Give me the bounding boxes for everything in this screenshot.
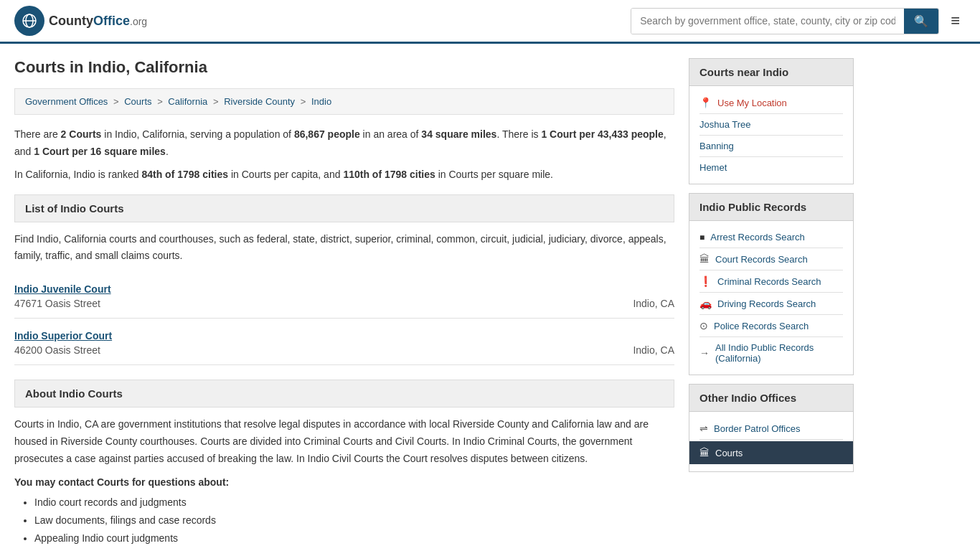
content-area: Courts in Indio, California Government O… bbox=[14, 58, 674, 547]
court-item-0: Indio Juvenile Court 47671 Oasis Street … bbox=[14, 275, 674, 319]
about-section-header: About Indio Courts bbox=[14, 380, 674, 408]
court-row-1: 46200 Oasis Street Indio, CA bbox=[14, 344, 674, 356]
search-box: 🔍 bbox=[631, 8, 939, 34]
arrow-icon: → bbox=[699, 347, 710, 359]
hemet-label: Hemet bbox=[699, 162, 727, 173]
sidebar-divider-2 bbox=[699, 135, 843, 136]
arrest-icon: ■ bbox=[699, 232, 705, 242]
criminal-icon: ❗ bbox=[699, 276, 712, 287]
sidebar-nearby-header: Courts near Indio bbox=[689, 58, 854, 86]
criminal-label: Criminal Records Search bbox=[717, 276, 821, 287]
search-area: 🔍 ≡ bbox=[631, 8, 966, 34]
courts-count: 2 Courts bbox=[61, 128, 102, 140]
all-records-label: All Indio Public Records (California) bbox=[715, 342, 843, 364]
border-patrol-icon: ⇌ bbox=[699, 423, 708, 434]
arrest-label: Arrest Records Search bbox=[710, 232, 805, 242]
sidebar-divider-9 bbox=[699, 439, 843, 440]
court-name-0[interactable]: Indio Juvenile Court bbox=[14, 283, 674, 295]
court-row-0: 47671 Oasis Street Indio, CA bbox=[14, 298, 674, 309]
police-label: Police Records Search bbox=[714, 321, 809, 331]
main-container: Courts in Indio, California Government O… bbox=[0, 44, 980, 551]
sidebar-divider-6 bbox=[699, 292, 843, 293]
list-section-desc: Find Indio, California courts and courth… bbox=[14, 231, 674, 263]
court-records-label: Court Records Search bbox=[715, 254, 808, 265]
sidebar-public-records-section: Indio Public Records ■ Arrest Records Se… bbox=[689, 193, 854, 375]
rank-sq: 110th of 1798 cities bbox=[343, 169, 435, 180]
contact-item-2: Appealing Indio court judgments bbox=[34, 529, 674, 547]
breadcrumb-gov-offices[interactable]: Government Offices bbox=[25, 96, 108, 107]
breadcrumb-indio[interactable]: Indio bbox=[311, 96, 331, 107]
breadcrumb-riverside[interactable]: Riverside County bbox=[224, 96, 295, 107]
breadcrumb-california[interactable]: California bbox=[168, 96, 207, 107]
intro-text: There are 2 Courts in Indio, California,… bbox=[14, 126, 674, 183]
border-patrol-label: Border Patrol Offices bbox=[714, 423, 800, 434]
sidebar-divider-1 bbox=[699, 113, 843, 114]
sidebar-other-offices-header: Other Indio Offices bbox=[689, 384, 854, 412]
sidebar-police-records[interactable]: ⊙ Police Records Search bbox=[699, 316, 843, 335]
search-button[interactable]: 🔍 bbox=[904, 9, 938, 34]
sidebar-other-offices-body: ⇌ Border Patrol Offices 🏛 Courts bbox=[689, 412, 854, 472]
logo-area: CountyOffice.org bbox=[14, 6, 147, 36]
sidebar-divider-3 bbox=[699, 156, 843, 157]
banning-label: Banning bbox=[699, 141, 734, 151]
sidebar-public-records-body: ■ Arrest Records Search 🏛 Court Records … bbox=[689, 221, 854, 375]
sidebar-other-offices-section: Other Indio Offices ⇌ Border Patrol Offi… bbox=[689, 384, 854, 472]
court-records-icon: 🏛 bbox=[699, 253, 710, 265]
sidebar-use-location[interactable]: 📍 Use My Location bbox=[699, 93, 843, 112]
sidebar-divider-4 bbox=[699, 248, 843, 248]
sidebar-court-records[interactable]: 🏛 Court Records Search bbox=[699, 250, 843, 268]
sidebar-divider-5 bbox=[699, 270, 843, 270]
court-name-1[interactable]: Indio Superior Court bbox=[14, 330, 674, 342]
court-item-1: Indio Superior Court 46200 Oasis Street … bbox=[14, 321, 674, 365]
driving-label: Driving Records Search bbox=[717, 298, 816, 309]
sidebar-driving-records[interactable]: 🚗 Driving Records Search bbox=[699, 294, 843, 313]
breadcrumb-courts[interactable]: Courts bbox=[124, 96, 151, 107]
area: 34 square miles bbox=[421, 128, 496, 140]
sidebar-courts-active[interactable]: 🏛 Courts bbox=[689, 441, 853, 464]
rank-capita: 84th of 1798 cities bbox=[141, 169, 228, 180]
contact-item-1: Law documents, filings and case records bbox=[34, 512, 674, 529]
breadcrumb: Government Offices > Courts > California… bbox=[14, 88, 674, 115]
sidebar-criminal-records[interactable]: ❗ Criminal Records Search bbox=[699, 272, 843, 291]
courts-active-icon: 🏛 bbox=[699, 447, 710, 458]
sidebar: Courts near Indio 📍 Use My Location Josh… bbox=[689, 58, 854, 547]
sidebar-divider-7 bbox=[699, 314, 843, 315]
sidebar-arrest-records[interactable]: ■ Arrest Records Search bbox=[699, 228, 843, 246]
about-section: About Indio Courts Courts in Indio, CA a… bbox=[14, 380, 674, 547]
sidebar-banning[interactable]: Banning bbox=[699, 137, 843, 155]
court-address-1: 46200 Oasis Street bbox=[14, 344, 100, 356]
contact-item-0: Indio court records and judgments bbox=[34, 494, 674, 512]
list-section-header: List of Indio Courts bbox=[14, 194, 674, 222]
logo-icon bbox=[14, 6, 44, 36]
population: 86,867 people bbox=[294, 128, 360, 140]
courts-active-label: Courts bbox=[715, 448, 743, 458]
sidebar-joshua-tree[interactable]: Joshua Tree bbox=[699, 116, 843, 133]
contact-list: Indio court records and judgments Law do… bbox=[14, 494, 674, 548]
driving-icon: 🚗 bbox=[699, 298, 712, 309]
search-input[interactable] bbox=[631, 9, 904, 34]
sidebar-public-records-header: Indio Public Records bbox=[689, 193, 854, 221]
sidebar-all-public-records[interactable]: → All Indio Public Records (California) bbox=[699, 339, 843, 367]
sidebar-nearby-body: 📍 Use My Location Joshua Tree Banning He… bbox=[689, 86, 854, 184]
menu-button[interactable]: ≡ bbox=[945, 9, 966, 33]
contact-heading: You may contact Courts for questions abo… bbox=[14, 476, 674, 488]
per-capita: 1 Court per 43,433 people bbox=[541, 128, 663, 140]
police-icon: ⊙ bbox=[699, 320, 708, 331]
sidebar-nearby-section: Courts near Indio 📍 Use My Location Josh… bbox=[689, 58, 854, 184]
page-title: Courts in Indio, California bbox=[14, 58, 674, 77]
sidebar-hemet[interactable]: Hemet bbox=[699, 159, 843, 176]
per-mile: 1 Court per 16 square miles bbox=[34, 146, 166, 157]
header: CountyOffice.org 🔍 ≡ bbox=[0, 0, 980, 44]
court-address-0: 47671 Oasis Street bbox=[14, 298, 100, 309]
use-location-label: Use My Location bbox=[717, 98, 787, 108]
about-text: Courts in Indio, CA are government insti… bbox=[14, 416, 674, 467]
location-icon: 📍 bbox=[699, 97, 712, 108]
joshua-tree-label: Joshua Tree bbox=[699, 119, 751, 130]
court-city-0: Indio, CA bbox=[633, 298, 674, 309]
sidebar-border-patrol[interactable]: ⇌ Border Patrol Offices bbox=[699, 419, 843, 438]
logo-text: CountyOffice.org bbox=[49, 14, 147, 29]
sidebar-divider-8 bbox=[699, 336, 843, 337]
court-city-1: Indio, CA bbox=[633, 344, 674, 356]
